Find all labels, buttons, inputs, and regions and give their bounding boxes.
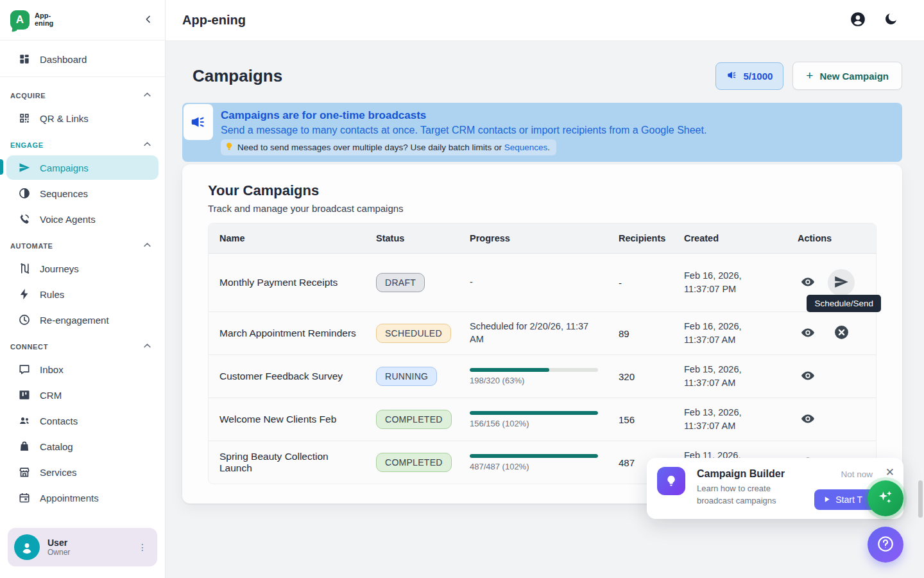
- question-mark-icon: [876, 534, 895, 556]
- actions-cell: [787, 355, 878, 398]
- sidebar-item-label: Contacts: [40, 416, 78, 426]
- sidebar-item-label: Re-engagement: [40, 315, 109, 326]
- new-campaign-button[interactable]: + New Campaign: [792, 62, 902, 90]
- sidebar-section-connect[interactable]: CONNECT: [0, 333, 165, 356]
- app-logo-text: App- ening: [35, 12, 53, 27]
- status-badge: COMPLETED: [376, 453, 452, 472]
- schedule-send-button[interactable]: [828, 269, 855, 296]
- actions-cell: [787, 312, 878, 355]
- user-card[interactable]: User Owner ⋮: [8, 528, 157, 566]
- sidebar-item-journeys[interactable]: Journeys: [6, 256, 158, 281]
- start-tour-label: Start T: [835, 495, 862, 505]
- dark-mode-toggle[interactable]: [883, 12, 898, 29]
- progress-bar: [470, 368, 598, 372]
- recipients-count: 156: [608, 407, 673, 433]
- campaign-name: Monthly Payment Receipts: [209, 261, 365, 304]
- progress-text: Scheduled for 2/20/26, 11:37 AM: [470, 320, 601, 346]
- sidebar-section-engage[interactable]: ENGAGE: [0, 132, 165, 154]
- progress-cell: -: [459, 261, 608, 304]
- not-now-button[interactable]: Not now: [841, 469, 873, 479]
- sidebar-item-campaigns[interactable]: Campaigns: [6, 155, 158, 180]
- sidebar-item-dashboard[interactable]: Dashboard: [6, 47, 158, 71]
- quota-text: 5/1000: [743, 71, 773, 82]
- column-header-actions: Actions: [787, 223, 878, 253]
- banner-tip-text: Need to send messages over multiple days…: [237, 143, 550, 152]
- qr-icon: [18, 112, 31, 125]
- eye-icon: [800, 411, 816, 428]
- sidebar-item-re-engagement[interactable]: Re-engagement: [6, 308, 158, 332]
- toast-subtitle: Learn how to create broadcast campaigns: [697, 483, 793, 507]
- chevron-up-icon: [142, 240, 152, 251]
- help-fab[interactable]: [868, 527, 903, 563]
- sidebar-item-appointments[interactable]: Appointments: [6, 486, 158, 510]
- voice-icon: [18, 213, 31, 225]
- sidebar-divider: [0, 76, 165, 77]
- account-button[interactable]: [850, 11, 866, 30]
- sequences-link[interactable]: Sequences: [504, 143, 548, 152]
- table-header-row: NameStatusProgressRecipientsCreatedActio…: [209, 223, 876, 254]
- progress-label: 156/156 (102%): [470, 419, 598, 428]
- megaphone-banner-icon: [184, 104, 213, 140]
- status-badge: RUNNING: [376, 367, 437, 386]
- view-button[interactable]: [794, 269, 821, 296]
- sidebar-item-services[interactable]: Services: [6, 460, 158, 484]
- user-circle-icon: [850, 11, 866, 30]
- sidebar-item-catalog[interactable]: Catalog: [6, 434, 158, 459]
- campaigns-card: Your Campaigns Track and manage your bro…: [182, 164, 902, 504]
- journeys-icon: [18, 262, 31, 275]
- chevron-up-icon: [142, 90, 152, 101]
- user-menu-button[interactable]: ⋮: [134, 543, 151, 551]
- toast-close-button[interactable]: ✕: [886, 466, 894, 479]
- sidebar-item-qr-links[interactable]: QR & Links: [6, 106, 158, 130]
- view-button[interactable]: [794, 406, 821, 433]
- ai-assistant-fab[interactable]: [868, 480, 903, 516]
- app-logo-icon: A: [10, 10, 30, 30]
- banner-text: Send a message to many contacts at once.…: [221, 125, 892, 136]
- card-subtitle: Track and manage your broadcast campaign…: [208, 203, 877, 214]
- sidebar-item-label: Appointments: [40, 493, 99, 504]
- sparkles-icon: [877, 489, 894, 509]
- column-header-progress: Progress: [459, 223, 608, 253]
- sidebar-section-automate[interactable]: AUTOMATE: [0, 232, 165, 255]
- campaign-name: Spring Beauty Collection Launch: [209, 443, 365, 482]
- sidebar-item-sequences[interactable]: Sequences: [6, 181, 158, 206]
- page-header: Campaigns 5/1000 + New Campaign: [166, 41, 924, 90]
- scrollbar-thumb[interactable]: [918, 480, 923, 518]
- section-label: ACQUIRE: [10, 92, 46, 100]
- sidebar-item-rules[interactable]: Rules: [6, 282, 158, 306]
- section-label: ENGAGE: [10, 141, 44, 149]
- progress-label: 198/320 (63%): [470, 376, 598, 385]
- campaign-builder-toast: Campaign Builder Learn how to create bro…: [647, 458, 903, 519]
- sidebar-item-label: Dashboard: [40, 54, 87, 65]
- view-button[interactable]: [794, 363, 821, 390]
- table-row: Customer Feedback SurveyRUNNING198/320 (…: [209, 355, 876, 398]
- sidebar-item-voice-agents[interactable]: Voice Agents: [6, 207, 158, 231]
- page-title: Campaigns: [193, 66, 282, 86]
- sidebar-item-inbox[interactable]: Inbox: [6, 357, 158, 381]
- app-logo: A App- ening: [10, 10, 53, 30]
- view-button[interactable]: [794, 320, 821, 347]
- moon-icon: [883, 12, 898, 29]
- user-avatar: [14, 534, 40, 560]
- inbox-icon: [18, 363, 31, 376]
- actions-cell: [787, 398, 878, 441]
- progress-text: -: [470, 276, 601, 289]
- topbar-actions: [850, 11, 898, 30]
- lightbulb-icon: [225, 141, 234, 153]
- sidebar-item-label: Services: [40, 467, 77, 478]
- section-label: AUTOMATE: [10, 242, 53, 250]
- created-date: Feb 16, 2026, 11:37:07 PM: [673, 254, 769, 311]
- sidebar-section-acquire[interactable]: ACQUIRE: [0, 82, 165, 105]
- sidebar-item-contacts[interactable]: Contacts: [6, 408, 158, 433]
- campaigns-table: NameStatusProgressRecipientsCreatedActio…: [208, 223, 877, 484]
- campaign-quota-badge[interactable]: 5/1000: [715, 62, 783, 90]
- sidebar-nav: DashboardACQUIREQR & LinksENGAGECampaign…: [0, 40, 165, 521]
- progress-bar: [470, 411, 598, 415]
- sidebar-item-crm[interactable]: CRM: [6, 383, 158, 407]
- sidebar-item-label: QR & Links: [40, 113, 89, 124]
- eye-icon: [800, 325, 816, 342]
- table-body: Monthly Payment ReceiptsDRAFT--Feb 16, 2…: [209, 254, 876, 484]
- cancel-button[interactable]: [828, 320, 855, 347]
- card-title: Your Campaigns: [208, 182, 877, 199]
- sidebar-collapse-button[interactable]: [143, 14, 153, 26]
